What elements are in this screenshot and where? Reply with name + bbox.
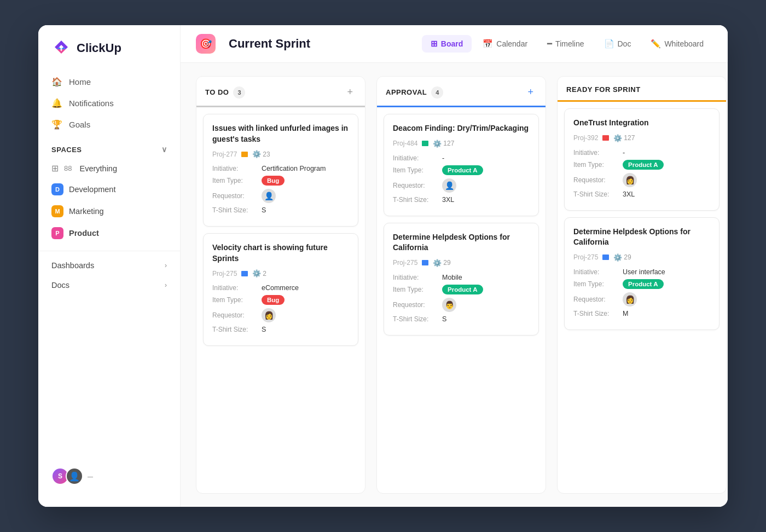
card-ready-1-initiative: Initiative: - [573,149,710,157]
card-todo-2-requestor-avatar: 👩 [262,308,276,322]
card-todo-2-flag [241,271,248,276]
sidebar-item-dashboards[interactable]: Dashboards › [38,256,180,275]
card-approval-2-tshirt: T-Shirt Size: S [393,315,530,323]
card-todo-2: Velocity chart is showing future Sprints… [203,233,358,346]
column-approval: APPROVAL 4 + Deacom Finding: Dry/Trim/Pa… [376,76,546,494]
card-approval-1: Deacom Finding: Dry/Trim/Packaging Proj-… [384,114,539,216]
card-todo-1-item-type: Item Type: Bug [212,176,349,186]
card-approval-2-meta: Proj-275 ⚙️ 29 [393,259,530,267]
card-todo-1-badge: Bug [262,176,285,186]
sidebar: ClickUp 🏠 Home 🔔 Notifications 🏆 Goals S… [38,25,181,507]
tab-board[interactable]: ⊞ Board [422,35,472,53]
card-ready-2-item-type: Item Type: Product A [573,279,710,289]
col-todo-add-button[interactable]: + [344,85,356,99]
sidebar-item-development-label: Development [69,185,115,194]
tab-timeline[interactable]: ━ Timeline [538,35,593,53]
card-approval-1-proj-id: Proj-484 [393,140,417,147]
card-todo-2-meta: Proj-275 ⚙️ 2 [212,269,349,277]
card-todo-2-score: ⚙️ 2 [252,269,266,277]
card-approval-2-proj-id: Proj-275 [393,259,417,267]
sidebar-item-everything[interactable]: ⊞ 88 Everything [38,158,180,178]
column-todo-header: TO DO 3 + [196,77,365,107]
card-todo-1-requestor-avatar: 👤 [262,189,276,203]
product-badge: P [51,227,63,239]
footer-chevron-icon[interactable]: – [88,471,93,482]
card-approval-2-flag [422,260,428,265]
avatar-stack: S 👤 [51,467,83,485]
card-ready-2-meta: Proj-275 ⚙️ 29 [573,253,710,262]
card-approval-1-requestor-avatar: 👤 [442,178,456,193]
sidebar-nav: 🏠 Home 🔔 Notifications 🏆 Goals [38,71,180,135]
topbar: 🎯 Current Sprint ⊞ Board 📅 Calendar ━ Ti… [181,25,728,63]
card-ready-1-meta: Proj-392 ⚙️ 127 [573,134,710,142]
timeline-tab-icon: ━ [547,39,552,49]
card-approval-2-requestor-avatar: 👨 [442,298,456,312]
card-ready-1-tshirt: T-Shirt Size: 3XL [573,190,710,198]
doc-tab-icon: 📄 [604,39,614,49]
card-approval-1-title: Deacom Finding: Dry/Trim/Packaging [393,123,530,134]
col-approval-add-button[interactable]: + [524,85,537,99]
card-todo-2-title: Velocity chart is showing future Sprints [212,242,349,264]
card-approval-2-item-type: Item Type: Product A [393,285,530,294]
sidebar-item-notifications-label: Notifications [69,99,114,108]
card-todo-1-proj-id: Proj-277 [212,151,237,158]
card-ready-2-initiative: Initiative: User interface [573,268,710,276]
whiteboard-tab-icon: ✏️ [651,39,661,49]
card-ready-1: OneTrust Integration Proj-392 ⚙️ 127 Ini… [564,108,719,211]
card-todo-2-requestor: Requestor: 👩 [212,308,349,322]
sidebar-item-goals[interactable]: 🏆 Goals [38,114,180,135]
card-todo-2-tshirt: T-Shirt Size: S [212,326,349,333]
tab-calendar[interactable]: 📅 Calendar [474,35,536,53]
main-content: 🎯 Current Sprint ⊞ Board 📅 Calendar ━ Ti… [181,25,728,507]
sidebar-item-notifications[interactable]: 🔔 Notifications [38,92,180,114]
sidebar-item-product[interactable]: P Product [38,222,180,244]
docs-chevron-icon: › [165,281,167,289]
dashboards-chevron-icon: › [165,262,167,269]
card-ready-2-tshirt: T-Shirt Size: M [573,310,710,317]
card-ready-2: Determine Helpdesk Options for Californi… [564,217,719,330]
sidebar-item-marketing[interactable]: M Marketing [38,200,180,222]
card-approval-1-flag [422,141,428,146]
card-todo-2-initiative: Initiative: eCommerce [212,284,349,292]
card-todo-1-meta: Proj-277 ⚙️ 23 [212,150,349,158]
card-approval-2: Determine Helpdesk Options for Californi… [384,223,539,336]
card-approval-1-requestor: Requestor: 👤 [393,178,530,193]
card-ready-1-title: OneTrust Integration [573,118,710,129]
sidebar-item-docs[interactable]: Docs › [38,275,180,295]
card-approval-2-requestor: Requestor: 👨 [393,298,530,312]
card-todo-1-tshirt: T-Shirt Size: S [212,206,349,214]
logo-text: ClickUp [77,41,121,55]
card-approval-2-badge: Product A [442,285,483,294]
sprint-icon: 🎯 [196,34,216,54]
card-ready-1-proj-id: Proj-392 [573,134,598,142]
approval-cards-list: Deacom Finding: Dry/Trim/Packaging Proj-… [377,107,546,342]
tab-doc[interactable]: 📄 Doc [595,35,640,53]
card-ready-1-item-type: Item Type: Product A [573,160,710,170]
spaces-list: ⊞ 88 Everything D Development M Marketin… [38,158,180,244]
card-todo-1-requestor: Requestor: 👤 [212,189,349,203]
nav-tabs: ⊞ Board 📅 Calendar ━ Timeline 📄 Doc ✏️ [422,35,712,53]
card-ready-2-requestor-avatar: 👩 [623,292,637,307]
calendar-tab-icon: 📅 [483,39,493,49]
avatar-user: 👤 [66,467,83,485]
card-ready-2-proj-id: Proj-275 [573,253,598,261]
tab-whiteboard[interactable]: ✏️ Whiteboard [642,35,712,53]
card-approval-1-meta: Proj-484 ⚙️ 127 [393,140,530,148]
board-area: TO DO 3 + Issues with linked unfurled im… [181,63,728,507]
card-approval-1-badge: Product A [442,165,483,175]
sidebar-item-goals-label: Goals [69,120,90,129]
card-todo-1-score: ⚙️ 23 [252,150,270,158]
app-container: ClickUp 🏠 Home 🔔 Notifications 🏆 Goals S… [38,25,728,507]
sidebar-item-home[interactable]: 🏠 Home [38,71,180,92]
card-ready-2-score: ⚙️ 29 [613,253,631,262]
column-ready-header: READY FOR SPRINT [558,77,726,102]
card-approval-2-initiative: Initiative: Mobile [393,274,530,281]
sidebar-item-development[interactable]: D Development [38,178,180,200]
card-todo-2-item-type: Item Type: Bug [212,295,349,305]
card-ready-1-flag [602,135,609,141]
card-approval-2-score: ⚙️ 29 [433,259,450,267]
spaces-chevron-icon[interactable]: ∨ [161,145,167,154]
sidebar-sections: Dashboards › Docs › [38,251,180,295]
col-todo-title: TO DO [205,88,229,96]
column-todo: TO DO 3 + Issues with linked unfurled im… [196,76,365,494]
